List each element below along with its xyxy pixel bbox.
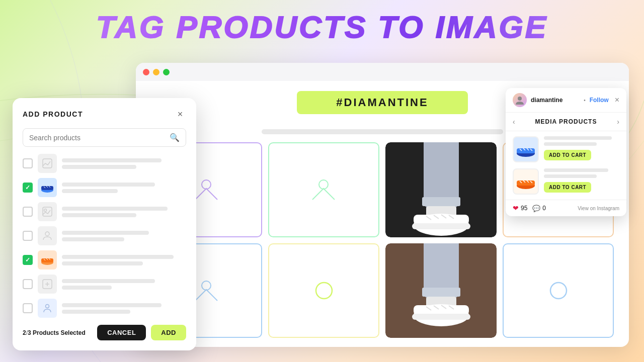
product-thumb-3 [38, 202, 57, 221]
svg-rect-28 [41, 186, 53, 190]
view-on-instagram-link[interactable]: View on Instagram [578, 206, 619, 211]
product-line-short [62, 286, 112, 290]
browser-search-bar [262, 129, 503, 134]
product-line [62, 207, 168, 211]
modal-header: ADD PRODUCT × [23, 108, 186, 120]
ig-product-line [544, 168, 608, 172]
grid-cell-shoe-1 [385, 142, 497, 237]
ig-header: diamantine • Follow × [506, 88, 626, 113]
ig-product-thumb-2 [513, 168, 539, 195]
product-item-3 [23, 202, 186, 221]
svg-point-43 [46, 305, 49, 308]
product-list [23, 154, 186, 318]
browser-dot-green[interactable] [163, 69, 170, 75]
grid-cell-8 [503, 243, 614, 338]
product-line-short [62, 165, 136, 169]
close-icon: × [178, 109, 183, 120]
heart-icon: ❤ [513, 204, 519, 212]
ig-follow-button[interactable]: Follow [590, 97, 609, 104]
product-line-short [62, 237, 124, 241]
add-to-cart-button-2[interactable]: ADD TO CART [544, 182, 591, 193]
checkbox-4[interactable] [23, 231, 33, 241]
checkbox-1[interactable] [23, 158, 33, 168]
product-thumb-1 [38, 154, 57, 173]
ig-product-thumb-1 [513, 136, 539, 162]
svg-rect-26 [43, 159, 52, 168]
ig-product-info-2: ADD TO CART [544, 168, 619, 193]
ig-products: ADD TO CART ADD TO CART [506, 131, 626, 200]
product-lines-1 [62, 158, 186, 169]
ig-footer: ❤ 95 💬 0 View on Instagram [506, 200, 626, 216]
ig-product-info-1: ADD TO CART [544, 136, 619, 160]
browser-dot-red[interactable] [143, 69, 149, 75]
product-line-short [62, 261, 143, 265]
ig-close-button[interactable]: × [615, 96, 619, 105]
grid-cell-6 [268, 243, 379, 338]
ig-nav: ‹ MEDIA PRODUCTS › [506, 113, 626, 131]
grid-cell-shoe-2 [385, 243, 497, 338]
ig-product-line [544, 136, 612, 140]
checkbox-5[interactable] [23, 255, 33, 265]
svg-point-25 [550, 283, 567, 299]
search-icon: 🔍 [170, 133, 180, 142]
ig-avatar [513, 93, 527, 107]
checkbox-6[interactable] [23, 279, 33, 289]
svg-point-0 [202, 180, 211, 189]
product-item-4 [23, 226, 186, 245]
ig-dot: • [584, 98, 586, 103]
modal-close-button[interactable]: × [174, 108, 186, 120]
search-box[interactable]: 🔍 [23, 128, 186, 147]
product-thumb-2 [38, 178, 57, 197]
product-line-short [62, 213, 136, 217]
product-lines-6 [62, 279, 186, 290]
product-lines-7 [62, 303, 186, 314]
ig-nav-title: MEDIA PRODUCTS [535, 118, 597, 125]
ig-product-item-1: ADD TO CART [513, 136, 619, 162]
product-line [62, 279, 155, 283]
ig-nav-next[interactable]: › [617, 118, 619, 126]
product-lines-3 [62, 207, 186, 217]
product-line [62, 231, 149, 235]
ig-username: diamantine [531, 97, 580, 104]
product-line [62, 158, 162, 162]
search-input[interactable] [29, 134, 166, 142]
product-line [62, 183, 155, 187]
comments-count: 0 [542, 205, 546, 212]
checkbox-3[interactable] [23, 207, 33, 217]
product-thumb-7 [38, 299, 57, 318]
selected-count-value: 2 [23, 329, 26, 336]
product-thumb-4 [38, 226, 57, 245]
modal-footer: 2/3 Products Selected CANCEL ADD [23, 325, 186, 340]
product-line [62, 255, 174, 259]
page-title: TAG PRODUCTS TO IMAGE [0, 9, 644, 45]
comment-icon: 💬 [532, 205, 540, 212]
add-to-cart-button-1[interactable]: ADD TO CART [544, 150, 591, 160]
svg-rect-3 [422, 197, 460, 206]
svg-rect-36 [41, 258, 53, 262]
hashtag-banner: #DIAMANTINE [297, 91, 468, 114]
svg-point-33 [44, 209, 47, 212]
footer-buttons: CANCEL ADD [97, 325, 186, 340]
add-button[interactable]: ADD [151, 325, 186, 340]
ig-like: ❤ 95 [513, 204, 527, 212]
product-line-short [62, 189, 118, 193]
svg-point-1 [319, 180, 328, 189]
checkbox-2[interactable] [23, 183, 33, 193]
product-item-2 [23, 178, 186, 197]
ig-nav-prev[interactable]: ‹ [513, 118, 515, 126]
selected-count: 2/3 Products Selected [23, 329, 86, 336]
product-item-6 [23, 275, 186, 294]
browser-dot-yellow[interactable] [153, 69, 159, 75]
ig-comment: 💬 0 [532, 205, 546, 212]
ig-product-line-short [544, 174, 597, 178]
product-line-short [62, 310, 130, 314]
ig-product-line-short [544, 142, 597, 146]
instagram-panel: diamantine • Follow × ‹ MEDIA PRODUCTS › [506, 88, 626, 216]
svg-rect-20 [412, 314, 470, 320]
product-item-1 [23, 154, 186, 173]
product-item-7 [23, 299, 186, 318]
checkbox-7[interactable] [23, 303, 33, 313]
cancel-button[interactable]: CANCEL [97, 325, 146, 340]
browser-titlebar [136, 63, 629, 81]
hashtag-text: #DIAMANTINE [336, 96, 428, 109]
